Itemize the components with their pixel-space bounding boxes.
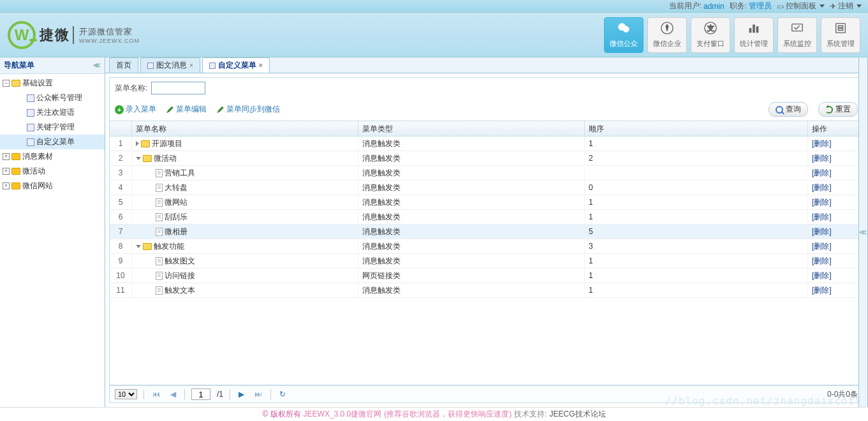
table-row[interactable]: 9 触发图文 消息触发类 1 [删除] — [110, 254, 863, 269]
search-button[interactable]: 查询 — [769, 102, 808, 117]
tab-label: 首页 — [116, 60, 131, 71]
module-system[interactable]: 系统管理 — [821, 17, 860, 53]
tree-toggle-icon[interactable]: + — [3, 153, 10, 160]
edit-menu-button[interactable]: 菜单编辑 — [166, 104, 207, 115]
logout-icon: ✈ — [830, 2, 836, 11]
logo-icon: W — [8, 21, 36, 49]
first-page-button[interactable]: ⏮ — [151, 390, 162, 399]
current-role: 职务: 管理员 — [730, 1, 772, 11]
close-icon[interactable]: × — [189, 62, 193, 69]
monitor-icon — [790, 21, 804, 37]
cell-type: 消息触发类 — [358, 283, 585, 298]
table-row[interactable]: 2 微活动 消息触发类 2 [删除] — [110, 151, 863, 166]
table-row[interactable]: 1 开源项目 消息触发类 1 [删除] — [110, 137, 863, 151]
svg-rect-10 — [838, 26, 842, 27]
delete-link[interactable]: [删除] — [812, 168, 832, 179]
cell-order: 2 — [585, 152, 808, 165]
delete-link[interactable]: [删除] — [812, 226, 832, 237]
cell-name: 微活动 — [154, 153, 177, 164]
module-tie[interactable]: 微信企业 — [647, 17, 687, 53]
close-icon[interactable]: × — [259, 62, 263, 69]
tree-toggle-icon[interactable]: − — [3, 80, 10, 87]
tree-node[interactable]: 关注欢迎语 — [0, 105, 105, 120]
row-toggle-icon[interactable] — [136, 245, 141, 248]
expand-right-handle[interactable]: ≪ — [858, 57, 867, 407]
tree-node[interactable]: 关键字管理 — [0, 120, 105, 135]
page-size-select[interactable]: 10 — [115, 389, 137, 399]
tree-node[interactable]: +消息素材 — [0, 149, 105, 164]
next-page-button[interactable]: ▶ — [237, 390, 246, 399]
add-menu-button[interactable]: + 录入菜单 — [115, 104, 156, 115]
cell-type: 消息触发类 — [358, 239, 585, 254]
delete-link[interactable]: [删除] — [812, 197, 832, 208]
table-row[interactable]: 8 触发功能 消息触发类 3 [删除] — [110, 239, 863, 254]
col-type[interactable]: 菜单类型 — [358, 121, 585, 136]
page-icon — [156, 198, 163, 207]
table-row[interactable]: 4 大转盘 消息触发类 0 [删除] — [110, 181, 863, 195]
cell-index: 9 — [110, 255, 132, 267]
tree-node[interactable]: −基础设置 — [0, 76, 105, 91]
support-link[interactable]: JEECG技术论坛 — [550, 409, 606, 420]
delete-link[interactable]: [删除] — [812, 241, 832, 252]
tree-toggle-icon[interactable]: + — [3, 182, 10, 189]
tree-node[interactable]: 自定义菜单 — [0, 135, 105, 149]
table-row[interactable]: 5 微网站 消息触发类 1 [删除] — [110, 195, 863, 210]
module-pay[interactable]: 支支付窗口 — [691, 17, 730, 53]
table-row[interactable]: 3 营销工具 消息触发类 [删除] — [110, 166, 863, 181]
cell-type: 消息触发类 — [358, 254, 585, 269]
table-row[interactable]: 11 触发文本 消息触发类 1 [删除] — [110, 283, 863, 298]
tree-node[interactable]: +微活动 — [0, 164, 105, 179]
col-index — [110, 121, 132, 136]
tab[interactable]: 自定义菜单× — [202, 57, 270, 73]
reset-button[interactable]: 重置 — [818, 102, 858, 117]
tree-toggle-icon[interactable]: + — [3, 168, 10, 175]
delete-link[interactable]: [删除] — [812, 212, 832, 223]
footer: © 版权所有 JEEWX_3.0.0捷微官网 (推荐谷歌浏览器，获得更快响应速度… — [0, 407, 868, 421]
delete-link[interactable]: [删除] — [812, 182, 832, 193]
module-monitor[interactable]: 系统监控 — [777, 17, 817, 53]
module-stats[interactable]: 统计管理 — [734, 17, 774, 53]
tab[interactable]: 图文消息× — [140, 57, 200, 73]
product-link[interactable]: JEEWX_3.0.0捷微官网 — [304, 409, 382, 420]
sync-menu-button[interactable]: 菜单同步到微信 — [217, 104, 280, 115]
delete-link[interactable]: [删除] — [812, 138, 832, 149]
refresh-button[interactable]: ↻ — [277, 390, 288, 399]
cell-order: 0 — [585, 181, 808, 194]
col-order[interactable]: 顺序 — [585, 121, 808, 136]
row-toggle-icon[interactable] — [136, 157, 141, 160]
cell-order: 1 — [585, 284, 808, 297]
cell-type: 消息触发类 — [358, 137, 585, 151]
table-row[interactable]: 7 微相册 消息触发类 5 [删除] — [110, 225, 863, 239]
row-toggle-icon[interactable] — [136, 141, 139, 146]
col-op[interactable]: 操作 — [808, 121, 863, 136]
cell-type: 消息触发类 — [358, 225, 585, 239]
logout-button[interactable]: ✈ 注销 — [830, 1, 862, 11]
tree-label: 关注欢迎语 — [36, 107, 75, 118]
data-grid: 菜单名称 菜单类型 顺序 操作 1 开源项目 消息触发类 1 [删除] 2 微活… — [109, 121, 864, 385]
col-name[interactable]: 菜单名称 — [132, 121, 358, 136]
collapse-left-icon[interactable]: ≪ — [93, 61, 101, 70]
control-panel-menu[interactable]: ▭ 控制面板 — [777, 1, 825, 11]
delete-link[interactable]: [删除] — [812, 285, 832, 296]
tab-bar: 首页图文消息×自定义菜单× — [105, 57, 867, 73]
cell-index: 7 — [110, 225, 132, 238]
tree-label: 关键字管理 — [36, 122, 75, 133]
prev-page-button[interactable]: ◀ — [168, 390, 178, 399]
delete-link[interactable]: [删除] — [812, 256, 832, 267]
tab[interactable]: 首页 — [109, 57, 138, 73]
tree-node[interactable]: +微信网站 — [0, 179, 105, 193]
menu-name-input[interactable] — [151, 82, 205, 94]
delete-link[interactable]: [删除] — [812, 153, 832, 164]
last-page-button[interactable]: ⏭ — [253, 390, 264, 399]
item-icon — [27, 94, 34, 102]
cell-index: 10 — [110, 269, 132, 282]
cell-type: 消息触发类 — [358, 166, 585, 181]
page-input[interactable] — [191, 388, 210, 400]
cell-order: 3 — [585, 240, 808, 253]
svg-rect-7 — [756, 26, 759, 33]
module-wechat[interactable]: 微信公众 — [604, 17, 644, 53]
delete-link[interactable]: [删除] — [812, 270, 832, 281]
tree-node[interactable]: 公众帐号管理 — [0, 91, 105, 105]
table-row[interactable]: 10 访问链接 网页链接类 1 [删除] — [110, 269, 863, 283]
table-row[interactable]: 6 刮刮乐 消息触发类 1 [删除] — [110, 210, 863, 225]
